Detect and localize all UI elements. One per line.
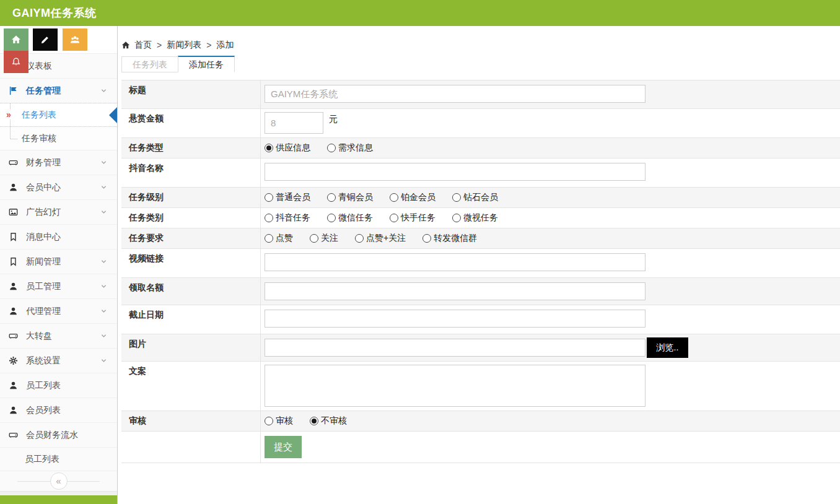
home-icon: [11, 35, 21, 45]
radio-option-label: 需求信息: [338, 142, 373, 154]
deadline-input[interactable]: [265, 310, 645, 328]
radio-option-0[interactable]: 供应信息: [265, 142, 310, 154]
radio-option-label: 微视任务: [463, 212, 498, 224]
user-icon: [9, 306, 18, 316]
radio-icon[interactable]: [327, 214, 336, 222]
radio-icon[interactable]: [265, 214, 273, 222]
radio-option-0[interactable]: 点赞: [265, 233, 293, 244]
radio-icon[interactable]: [390, 193, 398, 202]
field-label-image: 图片: [121, 334, 261, 361]
sidebar-item-label: 会员财务流水: [26, 430, 78, 441]
radio-option-label: 青铜会员: [338, 192, 373, 203]
sidebar-collapse-row[interactable]: «: [0, 471, 117, 491]
members-button[interactable]: [63, 28, 87, 51]
radio-option-0[interactable]: 审核: [265, 415, 293, 427]
sidebar-item-1[interactable]: 任务管理: [0, 78, 117, 103]
radio-option-0[interactable]: 抖音任务: [265, 212, 310, 224]
radio-option-label: 审核: [276, 415, 293, 427]
radio-icon[interactable]: [452, 193, 461, 202]
radio-option-0[interactable]: 普通会员: [265, 192, 310, 203]
radio-icon[interactable]: [265, 144, 273, 152]
breadcrumb: 首页 > 新闻列表 > 添加: [121, 40, 840, 50]
collapse-sidebar-icon[interactable]: «: [50, 472, 68, 490]
sidebar-subitem-2[interactable]: »任务列表: [0, 103, 117, 126]
notifications-button[interactable]: [4, 51, 28, 73]
video-link-input[interactable]: [265, 253, 645, 271]
field-label-douyin-name: 抖音名称: [121, 159, 261, 187]
radio-option-2[interactable]: 铂金会员: [390, 192, 435, 203]
sidebar-item-plain-16[interactable]: 员工列表: [0, 447, 117, 471]
sidebar-item-13[interactable]: 员工列表: [0, 373, 117, 398]
radio-option-label: 微信任务: [338, 212, 373, 224]
radio-option-1[interactable]: 不审核: [310, 415, 347, 427]
quota-input[interactable]: [265, 282, 645, 300]
radio-option-2[interactable]: 点赞+关注: [355, 233, 406, 244]
radio-icon[interactable]: [422, 234, 431, 243]
radio-icon[interactable]: [452, 214, 461, 222]
field-label-title: 标题: [121, 80, 261, 108]
breadcrumb-item-home[interactable]: 首页: [134, 40, 152, 51]
form-row-image: 图片 浏览..: [121, 334, 840, 362]
users-icon: [70, 35, 80, 45]
radio-icon[interactable]: [265, 417, 273, 425]
sidebar-item-11[interactable]: 大转盘: [0, 323, 117, 348]
radio-icon[interactable]: [327, 193, 336, 202]
sidebar-item-5[interactable]: 会员中心: [0, 175, 117, 199]
chevron-down-icon: [100, 308, 107, 315]
breadcrumb-home-icon: [121, 41, 130, 50]
radio-icon[interactable]: [310, 417, 318, 425]
radio-option-1[interactable]: 青铜会员: [327, 192, 373, 203]
radio-icon[interactable]: [265, 234, 273, 243]
sidebar-item-15[interactable]: 会员财务流水: [0, 422, 117, 447]
radio-icon[interactable]: [355, 234, 364, 243]
sidebar-item-10[interactable]: 代理管理: [0, 298, 117, 323]
sidebar-item-4[interactable]: 财务管理: [0, 150, 117, 175]
user-icon: [9, 381, 18, 390]
radio-icon[interactable]: [327, 144, 336, 152]
reward-input[interactable]: [265, 112, 323, 134]
sidebar-item-label: 员工管理: [26, 281, 61, 292]
form-row-task-category: 任务类别 抖音任务微信任务快手任务微视任务: [121, 208, 840, 228]
field-label-task-level: 任务级别: [121, 188, 261, 207]
radio-option-1[interactable]: 关注: [310, 233, 338, 244]
sidebar-subitem-label: 任务列表: [22, 110, 56, 121]
edit-button[interactable]: [33, 28, 58, 51]
field-label-copywriting: 文案: [121, 362, 261, 411]
unit-label: 元: [329, 114, 338, 125]
radio-option-1[interactable]: 需求信息: [327, 142, 373, 154]
app-root: GAIYM任务系统 仪表板任务管理»任务列表任务审核财务管理会员中心广告幻灯消息…: [0, 0, 840, 504]
sidebar-item-7[interactable]: 消息中心: [0, 224, 117, 249]
submit-button[interactable]: 提交: [265, 436, 302, 458]
submit-row-label: [121, 432, 261, 463]
sidebar-item-6[interactable]: 广告幻灯: [0, 199, 117, 224]
image-path-input[interactable]: [265, 339, 645, 357]
sidebar-item-14[interactable]: 会员列表: [0, 398, 117, 422]
radio-icon[interactable]: [310, 234, 318, 243]
copywriting-textarea[interactable]: [265, 365, 645, 407]
browse-button[interactable]: 浏览..: [647, 337, 688, 358]
sidebar-item-8[interactable]: 新闻管理: [0, 249, 117, 274]
radio-icon[interactable]: [265, 193, 273, 202]
home-button[interactable]: [4, 28, 28, 51]
breadcrumb-item-news-list[interactable]: 新闻列表: [167, 40, 201, 51]
radio-option-3[interactable]: 转发微信群: [422, 233, 477, 244]
douyin-name-input[interactable]: [265, 163, 645, 181]
sidebar-item-9[interactable]: 员工管理: [0, 274, 117, 298]
radio-icon[interactable]: [390, 214, 398, 222]
radio-option-3[interactable]: 钻石会员: [452, 192, 498, 203]
hdd-icon: [9, 430, 18, 440]
audit-radio-group: 审核不审核: [261, 411, 840, 431]
sidebar-subitem-3[interactable]: 任务审核: [0, 126, 117, 150]
sidebar-item-12[interactable]: 系统设置: [0, 348, 117, 373]
chevron-down-icon: [100, 258, 107, 265]
field-label-reward: 悬赏金额: [121, 109, 261, 137]
tab-add-task[interactable]: 添加任务: [178, 56, 235, 72]
radio-option-label: 快手任务: [401, 212, 435, 224]
title-input[interactable]: [265, 85, 645, 103]
tree-line: [10, 127, 11, 139]
tab-task-list[interactable]: 任务列表: [121, 56, 178, 72]
chevron-down-icon: [100, 332, 107, 339]
radio-option-2[interactable]: 快手任务: [390, 212, 435, 224]
radio-option-3[interactable]: 微视任务: [452, 212, 498, 224]
radio-option-1[interactable]: 微信任务: [327, 212, 373, 224]
